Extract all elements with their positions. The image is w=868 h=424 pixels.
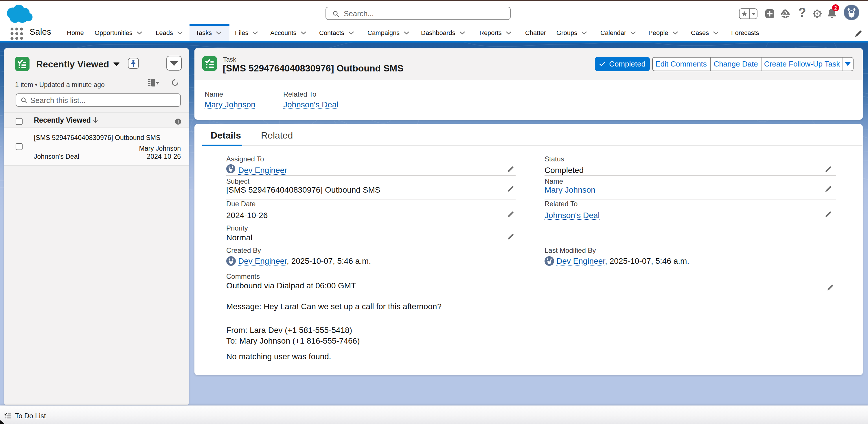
svg-text:2: 2 xyxy=(834,5,837,10)
